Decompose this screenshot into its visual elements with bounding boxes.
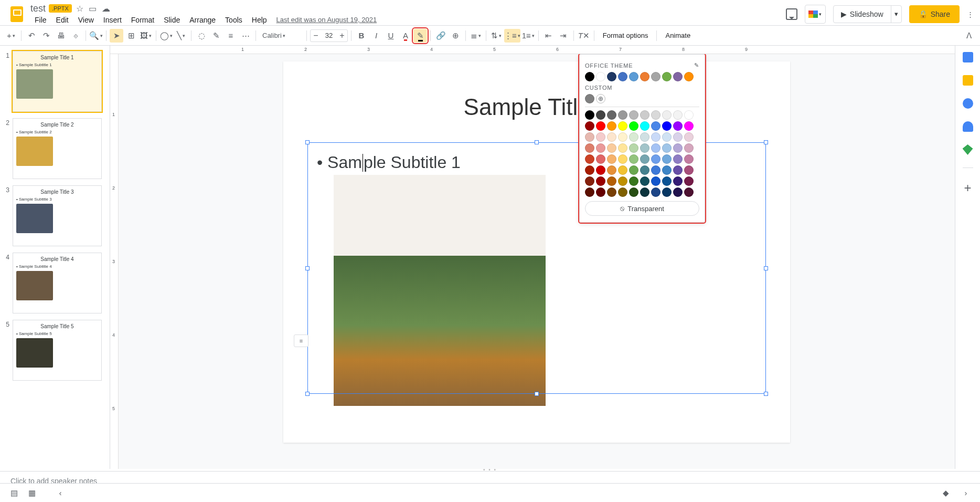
handle-mr[interactable] (764, 266, 768, 270)
color-swatch[interactable] (618, 143, 627, 153)
size-value[interactable]: 32 (321, 32, 337, 39)
color-swatch[interactable] (673, 72, 683, 81)
color-swatch[interactable] (629, 165, 638, 175)
numbered-list-button[interactable]: 1≡ (521, 29, 535, 43)
color-swatch[interactable] (684, 132, 694, 142)
color-swatch[interactable] (651, 143, 661, 153)
color-swatch[interactable] (607, 132, 616, 142)
menu-edit[interactable]: Edit (52, 14, 73, 26)
addons-icon[interactable]: + (964, 181, 971, 195)
color-swatch[interactable] (640, 110, 649, 120)
sidepanel-toggle[interactable]: › (957, 486, 975, 500)
add-custom-color[interactable]: ⊕ (596, 94, 605, 103)
notes-resize-handle[interactable]: • • • (0, 467, 980, 471)
color-swatch[interactable] (585, 110, 594, 120)
size-increase[interactable]: + (337, 31, 347, 40)
zoom-button[interactable]: 🔍 (89, 29, 103, 43)
slides-logo[interactable] (6, 4, 27, 25)
color-swatch[interactable] (673, 143, 683, 153)
line-tool[interactable]: ╲ (174, 29, 188, 43)
color-swatch[interactable] (607, 143, 616, 153)
color-swatch[interactable] (640, 154, 649, 164)
account-menu[interactable]: ⋮ (967, 11, 974, 18)
star-icon[interactable]: ☆ (76, 4, 83, 14)
menu-format[interactable]: Format (127, 14, 158, 26)
color-swatch[interactable] (651, 110, 661, 120)
color-swatch[interactable] (673, 132, 683, 142)
handle-tm[interactable] (535, 140, 539, 144)
slide[interactable]: Sample Title 1 • Sample Subtitle 1 (283, 61, 790, 443)
shape-tool[interactable]: ◯ (159, 29, 173, 43)
color-swatch[interactable] (585, 72, 594, 81)
color-swatch[interactable] (629, 132, 638, 142)
maps-icon[interactable] (963, 144, 973, 155)
menu-slide[interactable]: Slide (159, 14, 184, 26)
color-swatch[interactable] (640, 143, 649, 153)
color-swatch[interactable] (651, 72, 661, 81)
color-swatch[interactable] (607, 121, 616, 131)
color-swatch[interactable] (596, 176, 605, 186)
handle-ml[interactable] (305, 266, 310, 270)
redo-button[interactable]: ↷ (39, 29, 53, 43)
color-swatch[interactable] (596, 132, 605, 142)
color-swatch[interactable] (629, 176, 638, 186)
color-swatch[interactable] (607, 110, 616, 120)
color-swatch[interactable] (651, 187, 661, 197)
color-swatch[interactable] (662, 176, 672, 186)
color-swatch[interactable] (596, 110, 605, 120)
paint-format-button[interactable]: ⟐ (69, 29, 82, 43)
color-swatch[interactable] (629, 72, 638, 81)
slide-title-text[interactable]: Sample Title 1 (283, 94, 790, 120)
indent-decrease-button[interactable]: ⇤ (542, 29, 556, 43)
color-swatch[interactable] (585, 94, 594, 103)
color-swatch[interactable] (585, 187, 594, 197)
italic-button[interactable]: I (369, 29, 383, 43)
border-dash-button[interactable]: ⋯ (239, 29, 252, 43)
handle-bl[interactable] (305, 392, 310, 396)
slide-thumbnail-3[interactable]: Sample Title 3 • Sample Subtitle 3 (13, 185, 102, 246)
slide-thumbnail-1[interactable]: Sample Title 1 • Sample Subtitle 1 (13, 51, 102, 112)
undo-button[interactable]: ↶ (25, 29, 38, 43)
format-options-button[interactable]: Format options (598, 32, 654, 39)
color-swatch[interactable] (607, 165, 616, 175)
highlight-color-button[interactable]: ✎ (413, 29, 427, 43)
color-swatch[interactable] (651, 176, 661, 186)
contacts-icon[interactable] (963, 121, 973, 132)
color-swatch[interactable] (629, 154, 638, 164)
color-swatch[interactable] (585, 176, 594, 186)
color-swatch[interactable] (618, 110, 627, 120)
color-swatch[interactable] (684, 121, 694, 131)
textbox-tool[interactable]: ⊞ (124, 29, 138, 43)
color-swatch[interactable] (673, 187, 683, 197)
edit-theme-icon[interactable]: ✎ (694, 62, 699, 69)
color-swatch[interactable] (673, 121, 683, 131)
color-swatch[interactable] (651, 165, 661, 175)
menu-file[interactable]: File (30, 14, 51, 26)
color-swatch[interactable] (684, 110, 694, 120)
color-swatch[interactable] (629, 121, 638, 131)
color-swatch[interactable] (684, 154, 694, 164)
ruler-horizontal[interactable]: 123456789 (110, 46, 955, 54)
add-comment-button[interactable]: ⊕ (449, 29, 462, 43)
handle-tr[interactable] (764, 140, 768, 144)
margin-control[interactable]: ≡ (294, 334, 308, 347)
cloud-icon[interactable]: ☁ (102, 4, 110, 14)
color-swatch[interactable] (640, 165, 649, 175)
color-swatch[interactable] (585, 132, 594, 142)
transparent-button[interactable]: ⦸Transparent (585, 201, 699, 216)
menu-insert[interactable]: Insert (99, 14, 126, 26)
color-swatch[interactable] (640, 72, 649, 81)
color-swatch[interactable] (585, 121, 594, 131)
color-swatch[interactable] (684, 143, 694, 153)
meet-button[interactable]: ▾ (805, 5, 826, 24)
keep-icon[interactable] (963, 75, 973, 86)
slide-thumbnail-2[interactable]: Sample Title 2 • Sample Subtitle 2 (13, 118, 102, 179)
color-swatch[interactable] (662, 154, 672, 164)
indent-increase-button[interactable]: ⇥ (557, 29, 570, 43)
color-swatch[interactable] (651, 132, 661, 142)
image-tool[interactable]: 🖼 (139, 29, 153, 43)
border-weight-button[interactable]: ≡ (224, 29, 238, 43)
handle-tl[interactable] (305, 140, 310, 144)
color-swatch[interactable] (640, 187, 649, 197)
color-swatch[interactable] (684, 72, 694, 81)
